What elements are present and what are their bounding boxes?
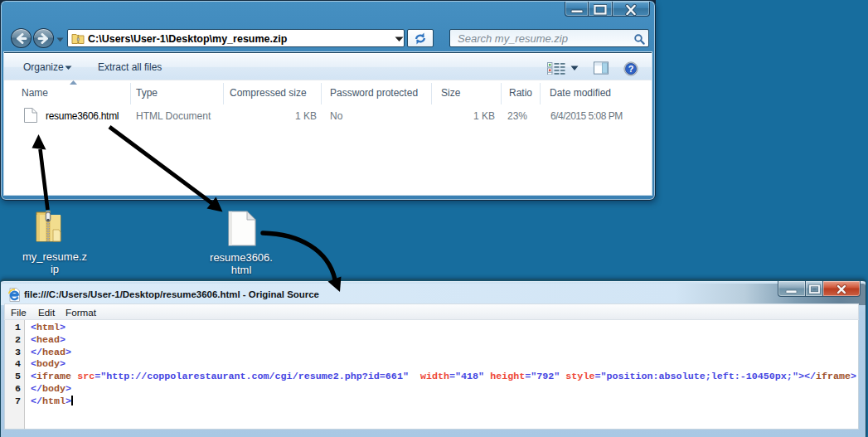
svg-text:?: ? bbox=[628, 64, 634, 74]
